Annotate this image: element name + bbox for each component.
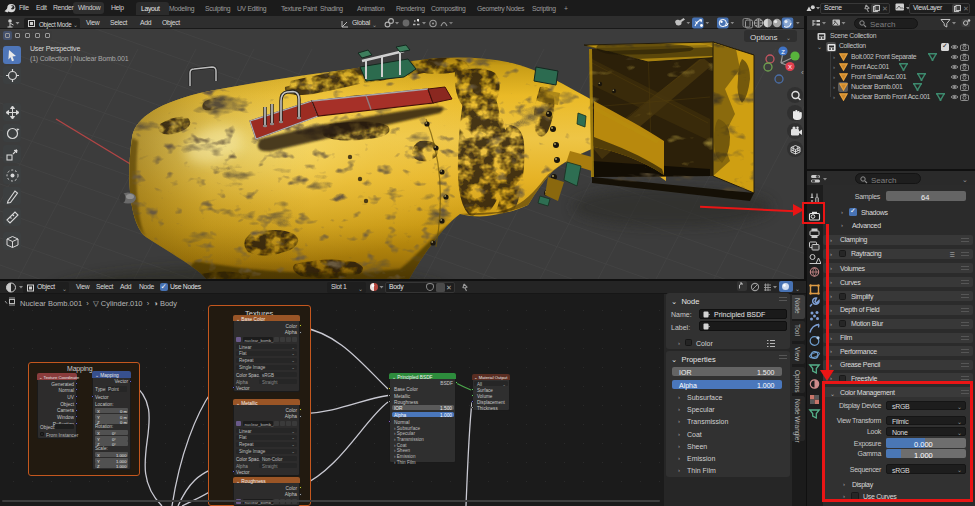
svg-text:X: X <box>788 64 792 70</box>
svg-text:Z: Z <box>781 49 785 55</box>
